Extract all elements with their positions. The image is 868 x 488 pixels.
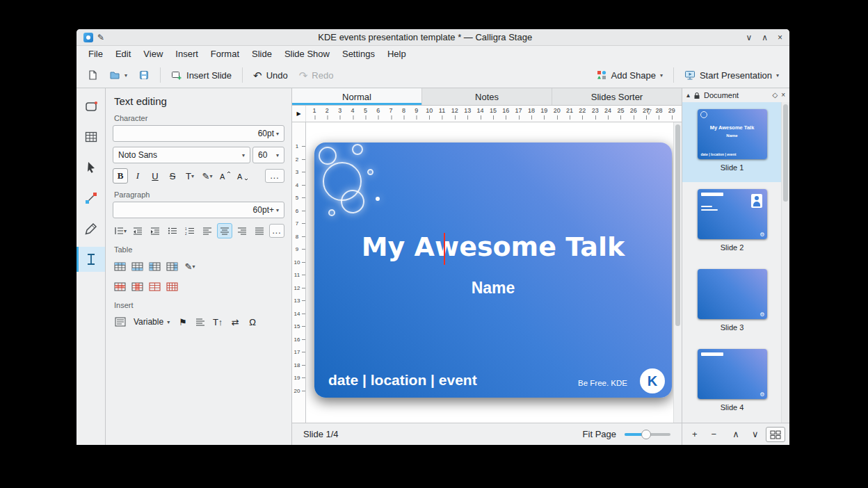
insert-special-character-button[interactable]: Ω <box>245 314 260 330</box>
next-slide-button[interactable]: ∨ <box>747 427 764 442</box>
pencil-icon: ✎ <box>97 33 104 42</box>
undo-button[interactable]: ↶ Undo <box>248 65 293 85</box>
tool-basic-shapes[interactable] <box>77 94 105 119</box>
change-case-button[interactable]: T ▾ <box>182 168 198 184</box>
zoom-slider-handle[interactable] <box>641 430 651 439</box>
window-close-button[interactable]: × <box>778 33 782 42</box>
docker-header[interactable]: ▴ Document ◇ × <box>682 88 789 102</box>
zoom-slider[interactable] <box>625 433 670 436</box>
bullet-list-button[interactable] <box>165 223 180 238</box>
insert-row-below-button[interactable] <box>130 259 145 274</box>
tab-normal[interactable]: Normal <box>292 88 422 105</box>
split-cells-button[interactable] <box>165 279 180 294</box>
insert-column-right-button[interactable] <box>165 259 180 274</box>
scrollbar-thumb[interactable] <box>783 104 788 202</box>
increase-indent-button[interactable] <box>147 223 163 238</box>
paragraph-more-button[interactable]: ... <box>269 224 284 238</box>
font-size-combo[interactable]: 60 ▾ <box>252 147 284 163</box>
window-minimize-button[interactable]: ∨ <box>746 33 752 42</box>
character-more-button[interactable]: ... <box>265 169 284 183</box>
titlebar[interactable]: ✎ KDE events presentation template * — C… <box>77 29 789 46</box>
tool-text-editing[interactable] <box>77 247 105 272</box>
redo-button[interactable]: ↷ Redo <box>294 65 339 85</box>
merge-cells-button[interactable] <box>147 279 163 294</box>
insert-text-button[interactable]: T↑ <box>210 314 225 330</box>
slide-thumbnail-item-1[interactable]: My Awesome Talk Name date | location | e… <box>682 102 782 182</box>
subscript-button[interactable]: A <box>234 168 250 184</box>
connector-tool-icon <box>83 190 99 206</box>
vertical-ruler[interactable]: 1234567891011121314151617181920 <box>292 122 306 423</box>
insert-row-above-button[interactable] <box>113 259 128 274</box>
slide-thumbnail-item-4[interactable]: ⚙ Slide 4 <box>682 342 782 422</box>
add-shape-button[interactable]: Add Shape ▾ <box>591 65 668 85</box>
docker-float-icon[interactable]: ◇ <box>772 92 778 99</box>
docker-collapse-icon[interactable]: ▴ <box>686 92 690 99</box>
insert-text-frame-button[interactable] <box>113 314 128 330</box>
slide-tagline-text[interactable]: Be Free. KDE <box>578 379 627 387</box>
delete-column-button[interactable] <box>130 279 145 294</box>
table-border-pen-button[interactable]: ✎ ▾ <box>182 259 198 274</box>
insert-slide-button[interactable]: Insert Slide <box>166 65 236 85</box>
tab-notes[interactable]: Notes <box>422 88 552 105</box>
slide-thumbnail-item-3[interactable]: ⚙ Slide 3 <box>682 262 782 342</box>
docker-scrollbar[interactable] <box>781 102 789 423</box>
menubar-item-edit[interactable]: Edit <box>109 46 137 63</box>
tool-connect-shapes[interactable] <box>77 186 105 211</box>
tool-draw-path[interactable] <box>77 216 105 241</box>
slide-footer-text[interactable]: date | location | event <box>328 372 477 389</box>
paragraph-style-combo[interactable]: 60pt+ ▾ <box>113 202 284 218</box>
menubar-item-insert[interactable]: Insert <box>169 46 204 63</box>
main-content: Text editing Character 60pt ▾ Noto Sans … <box>77 88 789 445</box>
zoom-in-button[interactable]: + <box>686 427 703 442</box>
docker-close-icon[interactable]: × <box>781 92 785 99</box>
slide-thumbnail-item-2[interactable]: ⚙ Slide 2 <box>682 182 782 262</box>
save-button[interactable] <box>134 65 154 85</box>
align-right-button[interactable] <box>234 223 250 238</box>
menubar-item-help[interactable]: Help <box>381 46 412 63</box>
scrollbar-thumb[interactable] <box>675 124 680 326</box>
open-document-button[interactable]: ▾ <box>104 65 132 85</box>
character-style-combo[interactable]: 60pt ▾ <box>113 125 284 142</box>
strikethrough-button[interactable]: S <box>165 168 180 184</box>
menubar-item-format[interactable]: Format <box>204 46 246 63</box>
text-color-button[interactable]: ✎ ▾ <box>200 168 215 184</box>
slide-editor[interactable]: My Awesome Talk Name date | location | e… <box>314 143 672 398</box>
insert-column-left-button[interactable] <box>147 259 163 274</box>
decrease-indent-button[interactable] <box>130 223 145 238</box>
slide-title-text[interactable]: My Awesome Talk <box>314 231 672 262</box>
line-spacing-button[interactable]: ▾ <box>113 223 128 238</box>
slide-sorter-toggle-button[interactable] <box>766 427 785 442</box>
new-document-button[interactable] <box>82 65 103 85</box>
insert-bookmark-button[interactable]: ⚑ <box>175 314 191 330</box>
underline-button[interactable]: U <box>147 168 163 184</box>
tool-table-editing[interactable] <box>77 124 105 149</box>
align-center-button[interactable] <box>217 223 232 238</box>
slide-canvas[interactable]: My Awesome Talk Name date | location | e… <box>306 122 673 423</box>
menubar-item-slide[interactable]: Slide <box>246 46 278 63</box>
tool-shape-selection[interactable] <box>77 155 105 180</box>
variable-dropdown[interactable]: Variable ▾ <box>130 314 173 330</box>
insert-toc-button[interactable] <box>193 314 208 330</box>
menubar-item-settings[interactable]: Settings <box>336 46 381 63</box>
menubar-item-file[interactable]: File <box>82 46 109 63</box>
menubar-item-slide-show[interactable]: Slide Show <box>278 46 336 63</box>
tab-slides-sorter[interactable]: Slides Sorter <box>552 88 682 105</box>
menubar-item-view[interactable]: View <box>137 46 169 63</box>
align-justify-button[interactable] <box>252 223 267 238</box>
swap-direction-button[interactable]: ⇄ <box>227 314 243 330</box>
align-left-button[interactable] <box>200 223 215 238</box>
zoom-mode-label[interactable]: Fit Page <box>583 429 616 439</box>
start-presentation-button[interactable]: Start Presentation ▾ <box>680 65 784 85</box>
superscript-button[interactable]: A <box>217 168 232 184</box>
slide-name-text[interactable]: Name <box>314 279 672 298</box>
italic-button[interactable]: I <box>130 168 145 184</box>
canvas-vertical-scrollbar[interactable] <box>673 122 682 423</box>
horizontal-ruler[interactable]: ▶ ▽ 123456789101112131415161718192021222… <box>292 106 682 122</box>
previous-slide-button[interactable]: ∧ <box>728 427 744 442</box>
font-family-combo[interactable]: Noto Sans ▾ <box>113 147 250 163</box>
numbered-list-button[interactable]: 12 <box>182 223 198 238</box>
delete-row-button[interactable] <box>113 279 128 294</box>
bold-button[interactable]: B <box>113 168 128 184</box>
window-maximize-button[interactable]: ∧ <box>762 33 768 42</box>
zoom-out-button[interactable]: − <box>706 427 723 442</box>
